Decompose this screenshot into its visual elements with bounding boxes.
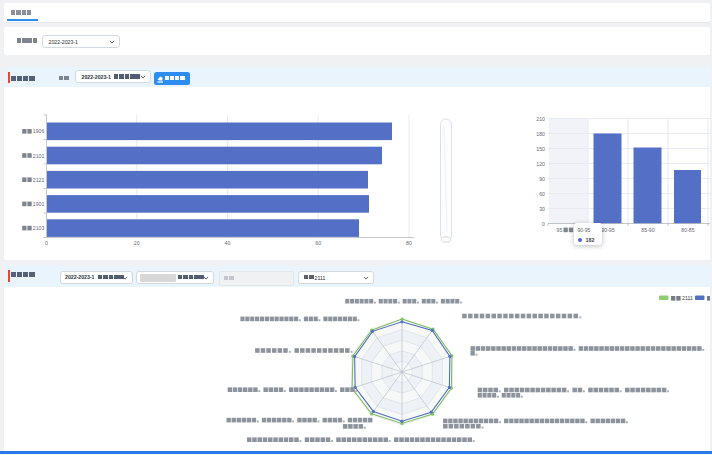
svg-text:60: 60 bbox=[315, 240, 321, 246]
svg-text:2101: 2101 bbox=[33, 153, 45, 159]
svg-text:0: 0 bbox=[45, 240, 48, 246]
svg-text:90-95: 90-95 bbox=[601, 227, 614, 233]
svg-text:150: 150 bbox=[536, 146, 545, 152]
svg-text:2111: 2111 bbox=[682, 295, 693, 301]
svg-text:90: 90 bbox=[539, 176, 545, 182]
svg-text:60: 60 bbox=[539, 191, 545, 197]
svg-text:80: 80 bbox=[406, 240, 412, 246]
svg-text:2103: 2103 bbox=[33, 225, 45, 231]
svg-text:120: 120 bbox=[536, 161, 545, 167]
svg-text:20: 20 bbox=[134, 240, 140, 246]
svg-text:210: 210 bbox=[536, 116, 545, 122]
svg-text:95: 95 bbox=[557, 227, 563, 233]
svg-text:40: 40 bbox=[225, 240, 231, 246]
svg-text:1906: 1906 bbox=[33, 128, 45, 134]
svg-text:2121: 2121 bbox=[33, 177, 45, 183]
svg-text:180: 180 bbox=[536, 131, 545, 137]
svg-text:1901: 1901 bbox=[33, 201, 45, 207]
svg-text:0: 0 bbox=[542, 221, 545, 227]
svg-text:85-90: 85-90 bbox=[641, 227, 654, 233]
svg-text:30: 30 bbox=[539, 206, 545, 212]
svg-text:80-85: 80-85 bbox=[681, 227, 694, 233]
